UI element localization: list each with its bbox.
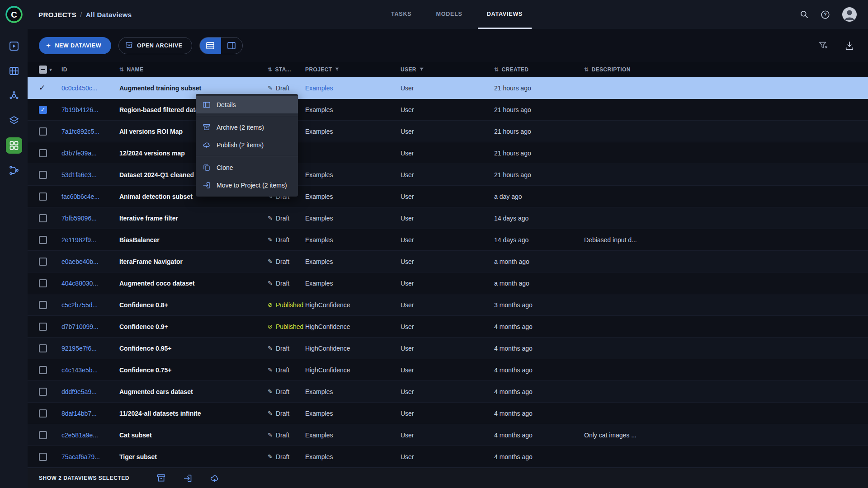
table-row[interactable]: 7a1fc892c5...All versions ROI Map✎DraftE… <box>28 121 868 142</box>
nav-pipelines[interactable] <box>6 162 22 178</box>
nav-dataviews[interactable] <box>6 137 22 154</box>
row-id-link[interactable]: d3b7fe39a... <box>61 150 119 157</box>
table-row[interactable]: d7b710099...Confidence 0.9+⊘PublishedHig… <box>28 316 868 338</box>
table-row[interactable]: 92195e7f6...Confidence 0.95+✎DraftHighCo… <box>28 338 868 359</box>
nav-models[interactable] <box>6 113 22 129</box>
row-checkbox[interactable] <box>39 366 47 374</box>
tab-dataviews[interactable]: DATAVIEWS <box>478 0 532 29</box>
row-checkbox[interactable] <box>39 323 47 331</box>
show-selected-link[interactable]: SHOW 2 DATAVIEWS SELECTED <box>39 475 129 481</box>
table-row[interactable]: e0aebe40b...IteraFrame Navigator✎DraftEx… <box>28 251 868 272</box>
row-id-link[interactable]: 2e11982f9... <box>61 236 119 244</box>
sort-icon[interactable]: ⇅ <box>494 66 499 73</box>
menu-item-archive[interactable]: Archive (2 items) <box>196 118 298 136</box>
table-row[interactable]: ✓7b19b4126...Region-based filtered data✎… <box>28 99 868 121</box>
row-id-link[interactable]: dddf9e5a9... <box>61 388 119 395</box>
nav-projects[interactable] <box>6 38 22 54</box>
clear-filters-icon[interactable] <box>818 41 828 51</box>
row-checkbox[interactable] <box>39 344 47 352</box>
table-row[interactable]: 8daf14bb7...11/2024-all datasets infinit… <box>28 403 868 424</box>
row-checkbox[interactable] <box>39 258 47 266</box>
row-checkbox[interactable] <box>39 236 47 244</box>
table-row[interactable]: 2e11982f9...BiasBalancer✎DraftExamplesUs… <box>28 229 868 251</box>
row-checkbox[interactable] <box>39 171 47 179</box>
row-id-link[interactable]: c4c143e5b... <box>61 366 119 374</box>
help-icon[interactable]: ? <box>821 10 830 19</box>
table-row[interactable]: d3b7fe39a...12/2024 versions map✎DraftUs… <box>28 142 868 164</box>
row-checkbox[interactable] <box>39 388 47 396</box>
selection-dropdown-icon[interactable]: ▾ <box>49 66 52 73</box>
row-checkbox[interactable] <box>39 279 47 287</box>
row-checkbox[interactable] <box>39 431 47 439</box>
row-checkbox[interactable] <box>39 127 47 136</box>
app-root: C PROJECTS / All Dataviews TASKS MODELS … <box>0 0 868 488</box>
row-id-link[interactable]: e0aebe40b... <box>61 258 119 265</box>
row-checkbox[interactable] <box>39 149 47 157</box>
menu-item-details[interactable]: Details <box>196 96 298 113</box>
table-row[interactable]: c5c2b755d...Confidence 0.8+⊘PublishedHig… <box>28 294 868 316</box>
row-id-link[interactable]: 404c88030... <box>61 280 119 287</box>
menu-item-publish[interactable]: Publish (2 items) <box>196 136 298 154</box>
table-view-button[interactable] <box>200 38 221 54</box>
column-header-status[interactable]: ⇅STA... <box>268 66 305 73</box>
nav-annotations[interactable] <box>6 88 22 104</box>
column-header-project[interactable]: PROJECT <box>305 66 401 73</box>
table-row[interactable]: 53d1fa6e3...Dataset 2024-Q1 cleaned✎Draf… <box>28 164 868 186</box>
download-icon[interactable] <box>844 41 854 51</box>
sort-icon[interactable]: ⇅ <box>119 66 124 73</box>
column-header-id[interactable]: ID <box>61 66 119 73</box>
column-header-description[interactable]: ⇅DESCRIPTION <box>584 66 868 73</box>
row-checkbox[interactable] <box>39 453 47 461</box>
move-selected-button[interactable] <box>183 474 193 483</box>
column-header-created[interactable]: ⇅CREATED <box>494 66 584 73</box>
tab-models[interactable]: MODELS <box>427 0 471 29</box>
row-checkbox[interactable]: ✓ <box>39 106 47 114</box>
row-checkbox[interactable] <box>39 301 47 309</box>
row-id-link[interactable]: 7bfb59096... <box>61 215 119 222</box>
table-row[interactable]: c4c143e5b...Confidence 0.75+✎DraftHighCo… <box>28 359 868 381</box>
split-view-button[interactable] <box>221 38 242 54</box>
publish-selected-button[interactable] <box>210 474 219 483</box>
row-user: User <box>401 150 494 157</box>
row-id-link[interactable]: 92195e7f6... <box>61 345 119 352</box>
row-id-link[interactable]: fac60b6c4e... <box>61 193 119 200</box>
row-id-link[interactable]: c2e581a9e... <box>61 432 119 439</box>
tab-tasks[interactable]: TASKS <box>382 0 420 29</box>
row-id-link[interactable]: 75acaf6a79... <box>61 453 119 460</box>
column-header-name[interactable]: ⇅NAME <box>119 66 268 73</box>
table-row[interactable]: 75acaf6a79...Tiger subset✎DraftExamplesU… <box>28 446 868 468</box>
table-row[interactable]: 7bfb59096...Iterative frame filter✎Draft… <box>28 207 868 229</box>
app-logo[interactable]: C <box>0 5 28 23</box>
row-checkbox[interactable]: ✓ <box>39 83 45 93</box>
row-checkbox[interactable] <box>39 214 47 222</box>
table-row[interactable]: fac60b6c4e...Animal detection subset✎Dra… <box>28 186 868 207</box>
nav-datasets[interactable] <box>6 63 22 79</box>
row-id-link[interactable]: 0c0cd450c... <box>61 84 119 92</box>
user-avatar[interactable] <box>842 7 857 22</box>
open-archive-button[interactable]: OPEN ARCHIVE <box>118 37 192 54</box>
filter-icon[interactable] <box>335 67 340 72</box>
menu-item-clone[interactable]: Clone <box>196 159 298 176</box>
row-id-link[interactable]: 53d1fa6e3... <box>61 171 119 178</box>
row-checkbox[interactable] <box>39 192 47 201</box>
table-row[interactable]: 404c88030...Augmented coco dataset✎Draft… <box>28 272 868 294</box>
row-id-link[interactable]: 7b19b4126... <box>61 106 119 113</box>
sort-icon[interactable]: ⇅ <box>268 66 272 73</box>
row-id-link[interactable]: d7b710099... <box>61 323 119 330</box>
table-row[interactable]: c2e581a9e...Cat subset✎DraftExamplesUser… <box>28 424 868 446</box>
search-icon[interactable] <box>800 10 809 19</box>
filter-icon[interactable] <box>419 67 424 72</box>
archive-selected-button[interactable] <box>156 474 166 483</box>
row-id-link[interactable]: 8daf14bb7... <box>61 410 119 417</box>
sort-icon[interactable]: ⇅ <box>584 66 589 73</box>
column-header-user[interactable]: USER <box>401 66 494 73</box>
row-id-link[interactable]: c5c2b755d... <box>61 301 119 309</box>
menu-item-move-to-project[interactable]: Move to Project (2 items) <box>196 176 298 194</box>
table-row[interactable]: ✓0c0cd450c...Augmented training subset✎D… <box>28 77 868 99</box>
row-id-link[interactable]: 7a1fc892c5... <box>61 128 119 135</box>
new-dataview-button[interactable]: + NEW DATAVIEW <box>39 37 111 54</box>
breadcrumb-projects[interactable]: PROJECTS <box>38 11 76 19</box>
select-all-checkbox[interactable] <box>39 66 47 74</box>
row-checkbox[interactable] <box>39 409 47 418</box>
table-row[interactable]: dddf9e5a9...Augmented cars dataset✎Draft… <box>28 381 868 403</box>
